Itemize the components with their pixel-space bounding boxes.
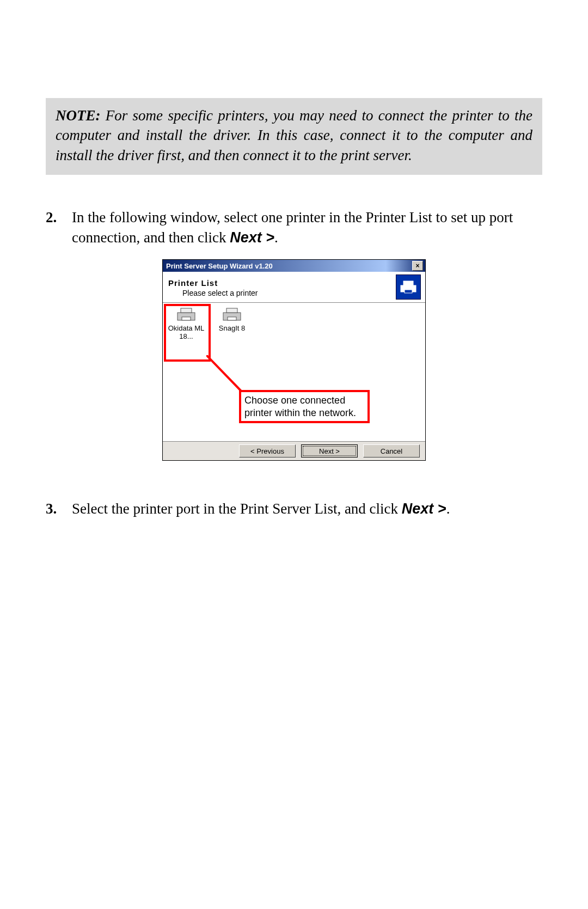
svg-line-9 <box>206 355 241 391</box>
window-title: Print Server Setup Wizard v1.20 <box>165 262 412 270</box>
step-2-next: Next > <box>230 229 274 246</box>
note-box: NOTE: For some specific printers, you ma… <box>46 98 542 175</box>
svg-rect-1 <box>403 281 413 285</box>
note-body: For some specific printers, you may need… <box>56 107 532 163</box>
step-3-text: Select the printer port in the Print Ser… <box>72 499 542 518</box>
svg-rect-7 <box>226 308 237 313</box>
step-2: 2. In the following window, select one p… <box>46 208 542 247</box>
annotation-highlight <box>164 304 211 362</box>
cancel-label: Cancel <box>381 447 402 455</box>
button-bar: < Previous Next > Cancel <box>163 442 425 460</box>
step-3-text-a: Select the printer port in the Print Ser… <box>72 501 402 517</box>
printer-icon <box>221 306 243 322</box>
step-3-number: 3. <box>46 499 72 518</box>
step-3-next: Next > <box>402 501 446 517</box>
close-icon: × <box>415 263 419 269</box>
header-title: Printer List <box>168 278 396 288</box>
previous-label: < Previous <box>250 447 284 455</box>
note-label: NOTE: <box>56 107 101 124</box>
wizard-header: Printer List Please select a printer <box>163 272 425 303</box>
close-button[interactable]: × <box>412 261 423 271</box>
cancel-button[interactable]: Cancel <box>363 444 420 457</box>
svg-rect-2 <box>405 290 412 293</box>
annotation-connector <box>206 355 252 395</box>
annotation-text: Choose one connected printer within the … <box>244 395 356 418</box>
step-2-text-a: In the following window, select one prin… <box>72 209 513 245</box>
previous-button[interactable]: < Previous <box>239 444 296 457</box>
header-subtitle: Please select a printer <box>182 289 396 297</box>
printer-label-snagit: SnagIt 8 <box>213 325 251 333</box>
step-2-period: . <box>274 229 278 246</box>
annotation-callout: Choose one connected printer within the … <box>239 390 370 423</box>
printer-list-area[interactable]: Okidata ML 18... SnagIt 8 Choose one con… <box>163 303 425 442</box>
next-label: Next > <box>319 447 340 455</box>
titlebar: Print Server Setup Wizard v1.20 × <box>163 260 425 272</box>
printer-item-snagit[interactable]: SnagIt 8 <box>213 306 251 333</box>
wizard-window: Print Server Setup Wizard v1.20 × Printe… <box>162 259 426 461</box>
next-button[interactable]: Next > <box>301 444 358 457</box>
step-3: 3. Select the printer port in the Print … <box>46 499 542 518</box>
step-3-period: . <box>446 501 450 517</box>
step-2-number: 2. <box>46 208 72 247</box>
svg-rect-8 <box>228 317 236 320</box>
printer-header-icon <box>396 274 421 300</box>
step-2-text: In the following window, select one prin… <box>72 208 542 247</box>
